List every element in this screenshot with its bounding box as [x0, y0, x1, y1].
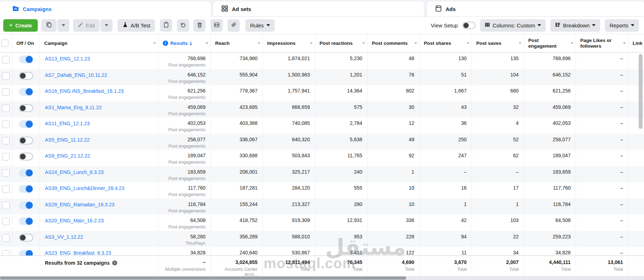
campaign-toggle[interactable] [19, 56, 33, 63]
delete-button[interactable] [193, 19, 206, 32]
duplicate-button[interactable] [41, 19, 57, 32]
campaign-toggle[interactable] [19, 137, 33, 144]
campaign-link[interactable]: AS1_Mama_Eng_8.11.22 [45, 105, 102, 110]
sort-caret-icon[interactable] [258, 42, 260, 44]
campaign-link[interactable]: AS7_Dahab_ENG_10.11.22 [45, 72, 107, 78]
select-all-checkbox[interactable] [1, 39, 9, 47]
campaign-link[interactable]: AS3_VV_1.12.22 [45, 234, 83, 240]
row-checkbox[interactable] [2, 185, 10, 193]
row-checkbox[interactable] [2, 250, 10, 255]
header-post-comments[interactable]: Post comments [368, 34, 420, 52]
campaign-toggle[interactable] [19, 153, 33, 160]
vertical-scrollbar-thumb[interactable] [639, 54, 643, 129]
view-setup-toggle[interactable] [462, 22, 476, 29]
cell-value: 336 [368, 217, 414, 223]
rules-button[interactable]: Rules [245, 19, 274, 32]
sort-caret-icon[interactable] [362, 42, 365, 44]
campaign-link[interactable]: AS20_ENG_Main_16.2.23 [45, 218, 104, 223]
row-checkbox[interactable] [2, 72, 10, 80]
duplicate-dropdown-button[interactable] [57, 19, 69, 32]
cell-value: 11 [420, 250, 467, 255]
export-import-button[interactable] [211, 19, 223, 32]
sort-caret-icon[interactable] [519, 42, 521, 44]
campaign-toggle[interactable] [19, 250, 33, 255]
tab-ad-sets[interactable]: Ad sets [213, 1, 424, 17]
campaign-toggle[interactable] [19, 120, 33, 128]
header-reach[interactable]: Reach [211, 34, 263, 52]
campaign-toggle[interactable] [19, 72, 33, 80]
campaign-link[interactable]: AS9_ENG_21.12.22 [45, 153, 90, 159]
row-checkbox[interactable] [2, 234, 10, 242]
row-checkbox[interactable] [2, 218, 10, 225]
clipboard-icon [163, 22, 169, 29]
sort-caret-icon[interactable] [153, 42, 156, 44]
sort-caret-icon[interactable] [206, 42, 208, 44]
row-checkbox[interactable] [2, 105, 10, 112]
info-icon[interactable]: i [163, 41, 168, 46]
cell-reactions: 2,784 [315, 117, 368, 134]
header-post-engagement[interactable]: Post engagement [524, 34, 576, 52]
header-page-likes[interactable]: Page Likes or followers [576, 34, 628, 52]
paste-button[interactable] [160, 19, 172, 32]
campaign-toggle[interactable] [19, 88, 33, 96]
reports-button[interactable]: Reports [605, 19, 639, 32]
row-checkbox[interactable] [2, 137, 10, 144]
campaign-link[interactable]: AS23_ENG_Breakfast_8.3.23 [45, 250, 111, 255]
row-checkbox[interactable] [2, 153, 10, 160]
campaign-toggle[interactable] [19, 104, 33, 112]
header-post-saves[interactable]: Post saves [472, 34, 524, 52]
sort-caret-icon[interactable] [623, 42, 626, 44]
result-type-label: Post engagements [159, 79, 206, 84]
sort-caret-icon[interactable] [571, 42, 573, 44]
cell-value: 187,281 [211, 185, 258, 191]
cell-value: 14,364 [315, 88, 362, 94]
campaign-link[interactable]: AS11_ENG_12.1.23 [45, 121, 90, 126]
ab-test-button[interactable]: A/B Test [118, 19, 155, 32]
campaign-toggle[interactable] [19, 217, 33, 225]
cell-value: – [576, 137, 623, 142]
columns-button[interactable]: Columns: Custom [480, 19, 546, 32]
campaign-link[interactable]: AS28_ENG_Ramadan_18.3.23 [45, 202, 114, 207]
header-impressions[interactable]: Impressions [263, 34, 315, 52]
header-post-reactions[interactable]: Post reactions [315, 34, 368, 52]
row-checkbox[interactable] [2, 121, 10, 128]
horizontal-scrollbar[interactable] [0, 276, 644, 280]
header-post-shares[interactable]: Post shares [420, 34, 472, 52]
info-icon[interactable]: i [112, 260, 117, 265]
row-checkbox[interactable] [2, 88, 10, 96]
campaign-toggle[interactable] [19, 169, 33, 177]
sort-caret-icon[interactable] [467, 42, 469, 44]
tab-ads[interactable]: Ads [427, 1, 644, 17]
cell-link [628, 247, 644, 255]
row-checkbox[interactable] [2, 202, 10, 209]
campaign-toggle[interactable] [19, 185, 33, 193]
undo-button[interactable] [177, 19, 189, 32]
campaign-link[interactable]: AS16_ENG.INS_Breakfast_16.1.23 [45, 88, 124, 94]
header-results[interactable]: iResults↓ [159, 34, 211, 52]
sort-caret-icon[interactable] [414, 42, 417, 44]
header-campaign[interactable]: Campaign [40, 34, 159, 52]
campaign-link[interactable]: AS24_ENG_Lunch_8.3.23 [45, 169, 104, 175]
tag-button[interactable] [228, 19, 240, 32]
header-link[interactable]: Link [628, 34, 644, 52]
create-button[interactable]: + Create [3, 19, 38, 32]
campaign-toggle[interactable] [19, 201, 33, 209]
campaign-name-cell: AS3_VV_1.12.22 [40, 231, 159, 247]
summary-label: Results from 32 campaigns [45, 260, 110, 266]
horizontal-scrollbar-thumb[interactable] [0, 276, 406, 280]
campaign-link[interactable]: AS13_ENG_12.1.23 [45, 56, 90, 62]
edit-button[interactable]: Edit [73, 19, 100, 32]
columns-label: Columns: Custom [493, 22, 535, 28]
cell-impressions: 919,309 [263, 215, 315, 231]
breakdown-button[interactable]: Breakdown [550, 19, 600, 32]
cell-page_likes: – [576, 53, 628, 69]
edit-dropdown-button[interactable] [100, 19, 113, 32]
pencil-icon [78, 22, 83, 29]
tab-campaigns[interactable]: Campaigns [0, 1, 211, 17]
sort-caret-icon[interactable] [310, 42, 313, 44]
campaign-link[interactable]: AS5_ENG_11.12.22 [45, 137, 90, 143]
campaign-link[interactable]: AS39_ENG_Lunch&Dinner_28.4.23 [45, 185, 124, 191]
campaign-toggle[interactable] [19, 234, 33, 242]
row-checkbox[interactable] [2, 169, 10, 177]
row-checkbox[interactable] [2, 56, 10, 63]
